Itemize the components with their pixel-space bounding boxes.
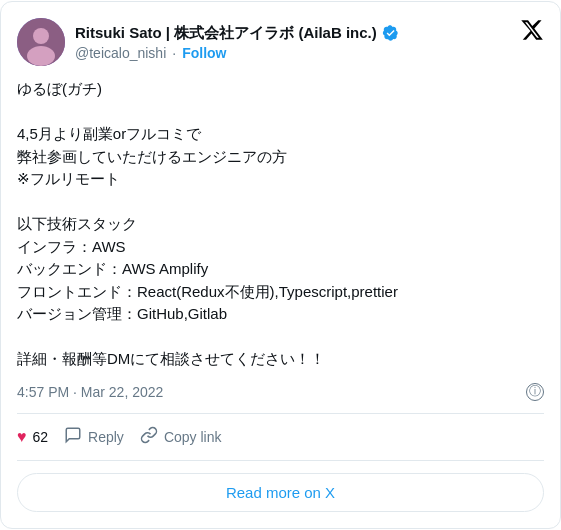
- reply-icon: [64, 426, 82, 448]
- read-more-button[interactable]: Read more on X: [17, 473, 544, 512]
- info-icon[interactable]: ⓘ: [526, 383, 544, 401]
- display-name: Ritsuki Sato | 株式会社アイラボ (AilaB inc.): [75, 24, 377, 43]
- name-row: Ritsuki Sato | 株式会社アイラボ (AilaB inc.): [75, 24, 399, 43]
- reply-label: Reply: [88, 429, 124, 445]
- user-details: Ritsuki Sato | 株式会社アイラボ (AilaB inc.) @te…: [75, 24, 399, 61]
- like-count: 62: [33, 429, 49, 445]
- user-info-section: Ritsuki Sato | 株式会社アイラボ (AilaB inc.) @te…: [17, 18, 399, 66]
- heart-icon: ♥: [17, 428, 27, 446]
- tweet-actions: ♥ 62 Reply Copy link: [17, 426, 544, 461]
- user-handle: @teicalo_nishi: [75, 45, 166, 61]
- svg-point-2: [27, 46, 55, 66]
- follow-button[interactable]: Follow: [182, 45, 226, 61]
- tweet-header: Ritsuki Sato | 株式会社アイラボ (AilaB inc.) @te…: [17, 18, 544, 66]
- copy-label: Copy link: [164, 429, 222, 445]
- tweet-date: 4:57 PM · Mar 22, 2022: [17, 384, 163, 400]
- tweet-card: Ritsuki Sato | 株式会社アイラボ (AilaB inc.) @te…: [0, 1, 561, 529]
- like-button[interactable]: ♥ 62: [17, 428, 48, 446]
- tweet-text: ゆるぼ(ガチ) 4,5月より副業orフルコミで 弊社参画していただけるエンジニア…: [17, 78, 544, 371]
- copy-link-button[interactable]: Copy link: [140, 426, 222, 447]
- tweet-meta: 4:57 PM · Mar 22, 2022 ⓘ: [17, 383, 544, 414]
- reply-button[interactable]: Reply: [64, 426, 124, 448]
- handle-row: @teicalo_nishi · Follow: [75, 45, 399, 61]
- dot-separator: ·: [172, 45, 176, 61]
- svg-point-1: [33, 28, 49, 44]
- avatar[interactable]: [17, 18, 65, 66]
- verified-icon: [381, 24, 399, 42]
- copy-icon: [140, 426, 158, 447]
- x-logo-icon[interactable]: [520, 18, 544, 42]
